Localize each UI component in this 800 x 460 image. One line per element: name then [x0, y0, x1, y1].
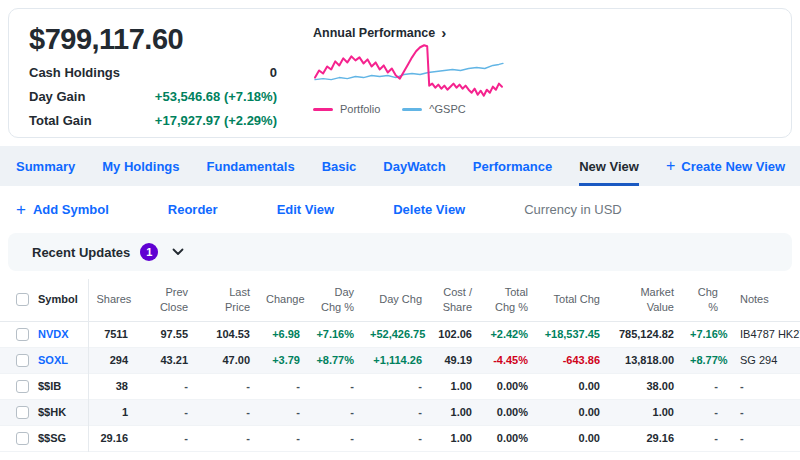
cell-total-chg: -643.86 [536, 347, 608, 373]
symbol-link[interactable]: NVDX [38, 328, 69, 340]
cell-total-chg-: 0.00% [480, 399, 536, 425]
chart-title: Annual Performance [313, 26, 435, 40]
legend-swatch-icon [402, 108, 422, 111]
stat-label: Day Gain [29, 89, 85, 104]
gspc-line [315, 63, 503, 79]
view-toolbar: +Add SymbolReorderEdit ViewDelete ViewCu… [0, 186, 800, 231]
stat-label: Cash Holdings [29, 65, 120, 80]
summary-stat-row: Total Gain+17,927.97 (+2.29%) [29, 113, 277, 128]
cell-last-price: - [196, 399, 258, 425]
col-header-cost-share: Cost / Share [430, 279, 480, 321]
toolbar-link-label: Edit View [277, 202, 335, 217]
row-checkbox[interactable] [16, 354, 29, 367]
cell-total-chg-: +2.42% [480, 321, 536, 347]
col-header-total-chg-: Total Chg % [480, 279, 536, 321]
tab-my-holdings[interactable]: My Holdings [102, 146, 179, 186]
portfolio-line [315, 45, 502, 96]
cell-day-chg: - [362, 373, 430, 399]
table-row-sssg: $$SG29.16-----1.000.00%0.0029.16-- [0, 425, 800, 451]
summary-stat-row: Cash Holdings0 [29, 65, 277, 80]
holdings-table-wrap: SymbolSharesPrev CloseLast PriceChangeDa… [0, 279, 800, 452]
symbol-text: $$SG [38, 432, 66, 444]
col-header-shares: Shares [88, 279, 136, 321]
legend-label: Portfolio [340, 103, 380, 115]
cell-chg-: +7.16% [682, 321, 726, 347]
cell-change: - [258, 425, 308, 451]
recent-updates-strip[interactable]: Recent Updates 1 [8, 233, 792, 271]
tab-label: Performance [473, 159, 552, 174]
tab-performance[interactable]: Performance [473, 146, 552, 186]
cell-market-value: 1.00 [608, 399, 682, 425]
cell-cost-share: 1.00 [430, 425, 480, 451]
cell-notes: - [726, 373, 800, 399]
row-checkbox[interactable] [16, 432, 29, 445]
legend-item-portfolio: Portfolio [313, 103, 380, 115]
symbol-cell-inner: $$SG [16, 432, 80, 445]
symbol-link[interactable]: SOXL [38, 354, 68, 366]
toolbar-link-label: Reorder [168, 202, 218, 217]
chevron-right-icon: › [441, 25, 446, 40]
cell-total-chg: +18,537.45 [536, 321, 608, 347]
cell-cost-share: 102.06 [430, 321, 480, 347]
toolbar-add-symbol[interactable]: +Add Symbol [16, 201, 109, 218]
portfolio-total-value: $799,117.60 [29, 23, 277, 56]
plus-icon: + [16, 201, 26, 218]
toolbar-edit-view[interactable]: Edit View [277, 202, 335, 217]
cell-change: +3.79 [258, 347, 308, 373]
toolbar-link-label: Add Symbol [33, 202, 109, 217]
row-checkbox[interactable] [16, 328, 29, 341]
toolbar-delete-view[interactable]: Delete View [393, 202, 465, 217]
cell-total-chg: 0.00 [536, 425, 608, 451]
col-header-notes: Notes [726, 279, 800, 321]
cell-shares: 7511 [88, 321, 136, 347]
cell-market-value: 38.00 [608, 373, 682, 399]
stat-label: Total Gain [29, 113, 92, 128]
holdings-table: SymbolSharesPrev CloseLast PriceChangeDa… [0, 279, 800, 452]
cell-prev-close: - [136, 425, 196, 451]
select-all-checkbox[interactable] [16, 293, 29, 306]
tab-label: Summary [16, 159, 75, 174]
tab-fundamentals[interactable]: Fundamentals [207, 146, 295, 186]
cell-last-price: - [196, 425, 258, 451]
stat-value: 0 [270, 65, 277, 80]
toolbar-reorder[interactable]: Reorder [168, 202, 218, 217]
col-header-symbol: Symbol [0, 279, 88, 321]
cell-change: - [258, 373, 308, 399]
col-header-chg-: Chg % [682, 279, 726, 321]
symbol-cell: SOXL [0, 347, 88, 373]
cell-last-price: - [196, 373, 258, 399]
cell-day-chg-: - [308, 425, 362, 451]
stat-value: +17,927.97 (+2.29%) [155, 113, 277, 128]
annual-performance-link[interactable]: Annual Performance › [313, 25, 505, 40]
tab-new-view[interactable]: New View [579, 146, 639, 186]
cell-day-chg: - [362, 399, 430, 425]
symbol-header-inner: Symbol [16, 292, 80, 307]
cell-cost-share: 1.00 [430, 399, 480, 425]
row-checkbox[interactable] [16, 406, 29, 419]
chevron-down-icon[interactable] [172, 248, 184, 256]
cell-notes: SG 294 [726, 347, 800, 373]
cell-day-chg-: - [308, 373, 362, 399]
portfolio-summary: $799,117.60 Cash Holdings0Day Gain+53,54… [29, 23, 277, 123]
cell-notes: - [726, 425, 800, 451]
tab-daywatch[interactable]: DayWatch [383, 146, 445, 186]
symbol-cell-inner: NVDX [16, 328, 80, 341]
cell-prev-close: 43.21 [136, 347, 196, 373]
symbol-cell: $$HK [0, 399, 88, 425]
col-header-last-price: Last Price [196, 279, 258, 321]
cell-notes: IB4787 HK2724 [726, 321, 800, 347]
tab-create-new-view[interactable]: +Create New View [666, 146, 785, 186]
chart-legend: Portfolio^GSPC [313, 103, 505, 115]
cell-market-value: 785,124.82 [608, 321, 682, 347]
cell-market-value: 13,818.00 [608, 347, 682, 373]
cell-chg-: - [682, 425, 726, 451]
tab-label: Basic [322, 159, 357, 174]
col-header-total-chg: Total Chg [536, 279, 608, 321]
cell-cost-share: 49.19 [430, 347, 480, 373]
row-checkbox[interactable] [16, 380, 29, 393]
cell-total-chg: 0.00 [536, 373, 608, 399]
tab-label: New View [579, 159, 639, 174]
tab-summary[interactable]: Summary [16, 146, 75, 186]
cell-day-chg: +52,426.75 [362, 321, 430, 347]
tab-basic[interactable]: Basic [322, 146, 357, 186]
